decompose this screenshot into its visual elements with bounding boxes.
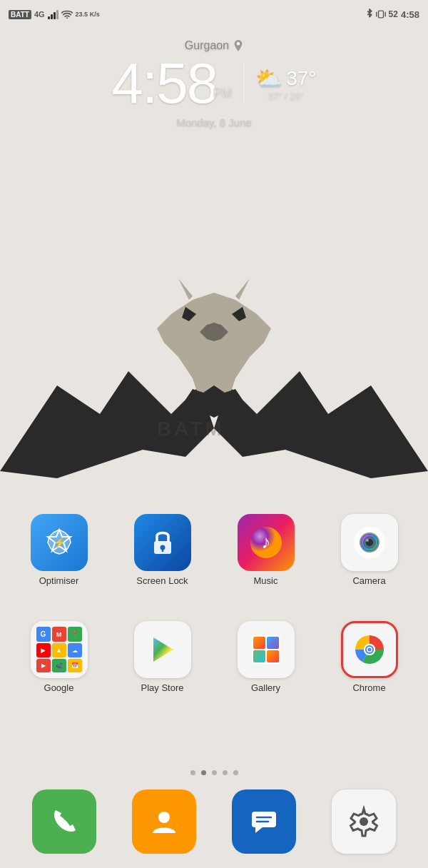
time-weather-row: 4:58 PM ⛅ 37° 37° / 29° xyxy=(111,55,316,112)
camera-icon xyxy=(341,514,398,571)
svg-rect-24 xyxy=(267,650,279,662)
dock-settings[interactable] xyxy=(332,789,396,854)
clock-period: PM xyxy=(213,86,232,101)
svg-text:♪: ♪ xyxy=(261,531,270,552)
messages-icon xyxy=(248,806,280,837)
network-label: 4G xyxy=(34,10,45,19)
playstore-label: Play Store xyxy=(141,682,184,693)
page-dot-4[interactable] xyxy=(233,770,238,775)
status-left: BATT 4G 23.5 K/s xyxy=(9,9,100,19)
weather-widget: Gurgaon 4:58 PM ⛅ 37° 37° / 29° Monday, … xyxy=(0,39,428,128)
settings-icon xyxy=(347,804,381,839)
music-label: Music xyxy=(254,575,278,586)
signal-bars xyxy=(48,9,58,19)
app-google[interactable]: G M 📍 ▶ ▲ ☁ ▶ 📹 📅 Google xyxy=(16,621,102,693)
dock-contacts[interactable] xyxy=(132,789,196,854)
temp-main: 37° xyxy=(286,67,316,90)
app-screenlock[interactable]: Screen Lock xyxy=(120,514,205,586)
wifi-icon xyxy=(61,10,73,19)
time-weather-divider xyxy=(243,62,244,105)
app-gallery[interactable]: Gallery xyxy=(223,621,309,693)
app-chrome[interactable]: Chrome xyxy=(327,621,412,693)
svg-point-4 xyxy=(237,42,240,45)
playstore-icon xyxy=(134,621,191,678)
svg-rect-21 xyxy=(253,637,265,649)
location-icon xyxy=(233,40,243,51)
page-dot-0[interactable] xyxy=(190,770,195,775)
app-music[interactable]: ♪ Music xyxy=(223,514,309,586)
svg-point-30 xyxy=(158,812,170,823)
svg-marker-19 xyxy=(153,637,173,662)
google-label: Google xyxy=(44,682,74,693)
contacts-icon xyxy=(148,806,180,837)
chrome-label: Chrome xyxy=(352,682,385,693)
status-right: 52 4:58 xyxy=(366,9,419,20)
temp-info: ⛅ 37° 37° / 29° xyxy=(255,66,316,101)
dock-messages[interactable] xyxy=(232,789,296,854)
page-dot-1[interactable] xyxy=(201,770,206,775)
optimiser-label: Optimiser xyxy=(39,575,79,586)
svg-rect-1 xyxy=(378,11,383,18)
svg-rect-23 xyxy=(253,650,265,662)
dock xyxy=(0,789,428,854)
battery-label: 52 xyxy=(389,9,398,19)
weather-icon: ⛅ xyxy=(255,66,282,91)
carrier-label: BATT xyxy=(9,10,31,19)
status-bar: BATT 4G 23.5 K/s 52 4:58 xyxy=(0,0,428,29)
svg-point-0 xyxy=(66,17,68,19)
temp-range: 37° / 29° xyxy=(268,91,304,101)
svg-rect-31 xyxy=(252,812,276,827)
date-text: Monday, 8 June xyxy=(176,116,252,128)
vibrate-icon xyxy=(376,9,386,19)
svg-point-29 xyxy=(367,648,371,652)
google-icon: G M 📍 ▶ ▲ ☁ ▶ 📹 📅 xyxy=(31,621,88,678)
phone-icon xyxy=(49,806,80,837)
gallery-label: Gallery xyxy=(251,682,280,693)
svg-text:BATM: BATM xyxy=(157,418,225,440)
screenlock-label: Screen Lock xyxy=(136,575,188,586)
svg-text:⚡: ⚡ xyxy=(53,537,66,549)
svg-point-35 xyxy=(360,817,368,826)
optimiser-icon: ⚡ xyxy=(31,514,88,571)
date-row: Monday, 8 June xyxy=(176,116,252,128)
page-dot-2[interactable] xyxy=(212,770,217,775)
batman-area: BATM xyxy=(0,271,428,500)
time-label: 4:58 xyxy=(401,9,419,20)
app-camera[interactable]: Camera xyxy=(327,514,412,586)
bluetooth-icon xyxy=(366,9,373,20)
screenlock-icon xyxy=(134,514,191,571)
speed-label: 23.5 K/s xyxy=(76,11,100,18)
page-dots xyxy=(0,770,428,775)
chrome-icon xyxy=(341,621,398,678)
app-row-1: ⚡ Optimiser Screen Lock xyxy=(0,514,428,586)
dock-phone[interactable] xyxy=(32,789,96,854)
camera-label: Camera xyxy=(352,575,385,586)
app-optimiser[interactable]: ⚡ Optimiser xyxy=(16,514,102,586)
svg-marker-32 xyxy=(255,827,263,833)
clock-display: 4:58 xyxy=(111,55,217,112)
music-icon: ♪ xyxy=(238,514,295,571)
batman-logo: BATM xyxy=(0,271,428,500)
svg-point-17 xyxy=(366,539,369,542)
svg-rect-22 xyxy=(267,637,279,649)
app-playstore[interactable]: Play Store xyxy=(120,621,205,693)
gallery-icon xyxy=(238,621,295,678)
city-row: Gurgaon xyxy=(185,39,243,52)
city-name: Gurgaon xyxy=(185,39,229,52)
app-row-2: G M 📍 ▶ ▲ ☁ ▶ 📹 📅 Google xyxy=(0,621,428,693)
page-dot-3[interactable] xyxy=(223,770,228,775)
